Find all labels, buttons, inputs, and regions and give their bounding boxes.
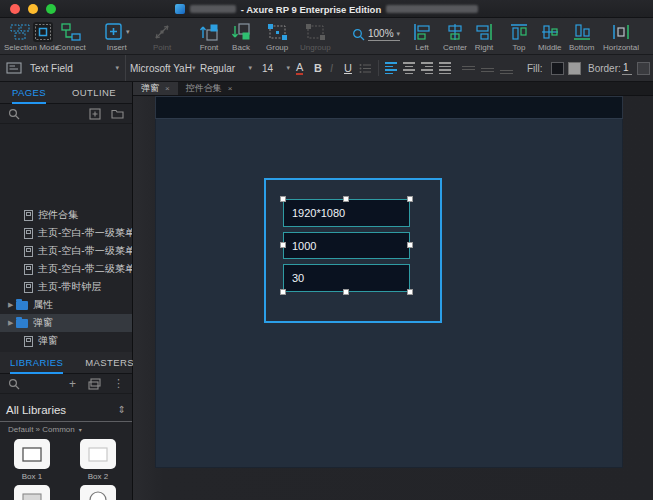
canvas-tab[interactable]: 控件合集 × [178, 82, 241, 95]
page-item[interactable]: 主页-空白-带一级菜单-带收藏夹 [0, 242, 132, 260]
canvas-viewport[interactable]: 1920*1080 1000 30 [133, 96, 653, 500]
add-folder-icon[interactable] [111, 108, 124, 119]
align-center-button[interactable]: Center [443, 21, 467, 52]
connect-icon [60, 22, 81, 42]
valign-top-icon [462, 66, 475, 71]
valign-middle-icon [481, 68, 494, 73]
insert-caret-icon: ▾ [126, 28, 130, 36]
canvas-tab-active[interactable]: 弹窗 × [133, 82, 178, 95]
front-button[interactable]: Front [198, 21, 220, 52]
sidebar: PAGES OUTLINE 控件合集 主页-空白-带一级菜单 [0, 82, 133, 500]
library-select[interactable]: All Libraries ⇕ [0, 398, 132, 422]
add-library-icon[interactable]: + [69, 377, 76, 391]
text-align-justify-button[interactable] [439, 55, 451, 81]
page-item[interactable]: 主页-带时钟层 [0, 278, 132, 296]
widget-box3[interactable] [14, 485, 50, 500]
selection-handle[interactable] [407, 196, 413, 202]
border-color-swatch[interactable] [637, 55, 650, 81]
selection-mode-button[interactable]: Selection Mode [4, 21, 59, 52]
folder-icon [16, 319, 28, 328]
folder-icon [16, 301, 28, 310]
group-caret-icon: ▾ [79, 426, 82, 433]
align-bottom-button[interactable]: Bottom [569, 21, 594, 52]
titlebar: - Axure RP 9 Enterprise Edition [0, 0, 653, 18]
selection-handle[interactable] [280, 242, 286, 248]
more-options-icon[interactable]: ⋮ [113, 377, 124, 390]
font-size-dropdown[interactable]: 14 ▾ [262, 55, 290, 81]
font-style-dropdown[interactable]: Regular ▾ [200, 55, 252, 81]
tab-libraries[interactable]: LIBRARIES [10, 352, 63, 374]
canvas-text-field[interactable]: 1920*1080 [283, 199, 410, 227]
group-label: Group [266, 43, 288, 52]
align-left-button[interactable]: Left [412, 21, 432, 52]
folder-item-selected[interactable]: ▶ 弹窗 [0, 314, 132, 332]
pages-tree: 控件合集 主页-空白-带一级菜单 主页-空白-带一级菜单-带收藏夹 主页-空白-… [0, 206, 132, 350]
border-width-field[interactable]: 1 [622, 55, 632, 81]
add-page-icon[interactable] [89, 108, 101, 120]
align-middle-label: Middle [538, 43, 562, 52]
align-middle-button[interactable]: Middle [538, 21, 562, 52]
tab-pages[interactable]: PAGES [12, 82, 46, 104]
underline-button[interactable]: U [344, 55, 352, 81]
search-icon[interactable] [8, 378, 20, 390]
selection-handle[interactable] [407, 289, 413, 295]
text-align-center-button[interactable] [403, 55, 415, 81]
align-right-button[interactable]: Right [474, 21, 494, 52]
page-item[interactable]: 控件合集 [0, 206, 132, 224]
expand-caret-icon[interactable]: ▶ [8, 319, 16, 327]
library-stack-icon[interactable] [88, 378, 101, 390]
search-icon[interactable] [8, 108, 20, 120]
font-style-caret-icon: ▾ [248, 64, 252, 72]
widget-box1[interactable] [14, 439, 50, 469]
distribute-horizontal-label: Horizontal [603, 43, 639, 52]
group-button[interactable]: Group [266, 21, 288, 52]
fill-color-swatch[interactable] [551, 55, 564, 81]
page-item[interactable]: 弹窗 [0, 332, 132, 350]
library-group-header[interactable]: Default » Common ▾ [8, 425, 82, 434]
send-back-icon [230, 22, 252, 42]
expand-caret-icon[interactable]: ▶ [8, 301, 16, 309]
canvas-text-field[interactable]: 1000 [283, 232, 410, 259]
text-color-button[interactable]: A [296, 55, 303, 81]
folder-item[interactable]: ▶ 属性 [0, 296, 132, 314]
text-align-left-button[interactable] [385, 55, 397, 81]
font-family-dropdown[interactable]: Microsoft YaH ▾ [130, 55, 192, 81]
align-top-button[interactable]: Top [509, 21, 529, 52]
widget-style-caret-icon: ▾ [115, 64, 119, 72]
canvas-text-field[interactable]: 30 [283, 264, 410, 292]
selection-mode-label: Selection Mode [4, 43, 59, 52]
page-header-band[interactable] [155, 96, 623, 119]
widget-style-dropdown[interactable]: Text Field ▾ [0, 55, 126, 81]
widget-ellipse[interactable] [80, 485, 116, 500]
selection-handle[interactable] [343, 196, 349, 202]
widget-box2[interactable] [80, 439, 116, 469]
close-tab-icon[interactable]: × [165, 84, 170, 93]
valign-top-button [462, 55, 475, 81]
fill-opacity-swatch[interactable] [568, 55, 581, 81]
page-item[interactable]: 主页-空白-带二级菜单 [0, 260, 132, 278]
selection-handle[interactable] [343, 289, 349, 295]
page-icon [24, 246, 33, 257]
page-item[interactable]: 主页-空白-带一级菜单 [0, 224, 132, 242]
tab-outline[interactable]: OUTLINE [72, 82, 116, 104]
italic-label: I [330, 62, 333, 74]
selection-handle[interactable] [280, 289, 286, 295]
widget-style-value: Text Field [30, 63, 115, 74]
connect-button[interactable]: Connect [56, 21, 86, 52]
text-align-right-button[interactable] [421, 55, 433, 81]
font-family-value: Microsoft YaH [130, 63, 192, 74]
back-button[interactable]: Back [230, 21, 252, 52]
bullet-list-button [359, 55, 372, 81]
selection-handle[interactable] [407, 242, 413, 248]
distribute-horizontal-button[interactable]: Horizontal [603, 21, 639, 52]
close-tab-icon[interactable]: × [228, 84, 233, 93]
bold-button[interactable]: B [314, 55, 322, 81]
selection-intersect-icon [10, 22, 30, 42]
selection-handle[interactable] [280, 196, 286, 202]
zoom-control[interactable]: 100% ▾ [352, 28, 400, 41]
zoom-value[interactable]: 100% [368, 28, 394, 39]
insert-button[interactable]: ▾ Insert [104, 21, 130, 52]
tab-masters[interactable]: MASTERS [85, 352, 134, 374]
window-title: - Axure RP 9 Enterprise Edition [241, 4, 381, 15]
point-label: Point [153, 43, 171, 52]
